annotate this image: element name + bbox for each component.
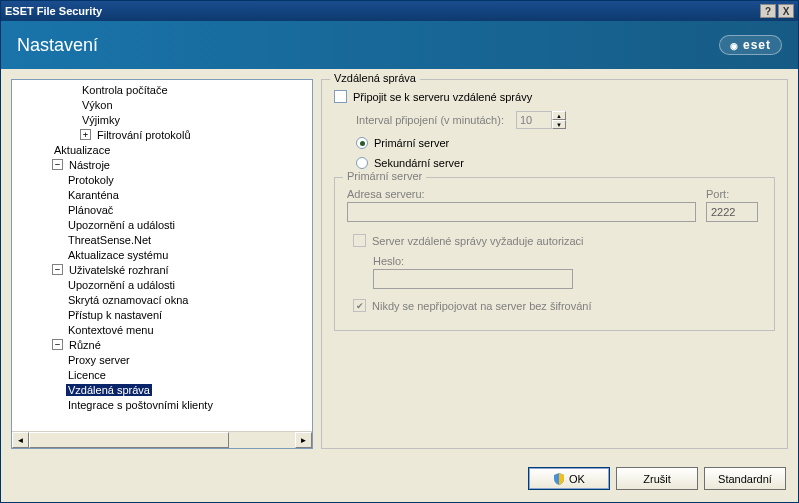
tree-item-label: Výkon	[80, 99, 115, 111]
scroll-right-button[interactable]: ►	[295, 432, 312, 448]
tree-item[interactable]: +Filtrování protokolů	[16, 127, 312, 142]
navigation-tree[interactable]: Kontrola počítačeVýkonVýjimky+Filtrování…	[11, 79, 313, 449]
tree-item[interactable]: −Nástroje	[16, 157, 312, 172]
window-title: ESET File Security	[5, 5, 760, 17]
tree-item[interactable]: Vzdálená správa	[16, 382, 312, 397]
no-encrypt-label: Nikdy se nepřipojovat na server bez šifr…	[372, 300, 592, 312]
address-input[interactable]	[347, 202, 696, 222]
tree-item-label: Licence	[66, 369, 108, 381]
tree-item-label: ThreatSense.Net	[66, 234, 153, 246]
header-bar: Nastavení ◉ eset	[1, 21, 798, 69]
primary-radio-label: Primární server	[374, 137, 449, 149]
auth-checkbox[interactable]	[353, 234, 366, 247]
spinner-down[interactable]: ▼	[552, 120, 566, 129]
primary-server-group: Primární server Adresa serveru: Port: Se…	[334, 177, 775, 331]
tree-item[interactable]: Aktualizace	[16, 142, 312, 157]
dialog-buttons: OK Zrušit Standardní	[1, 459, 798, 498]
tree-item[interactable]: Licence	[16, 367, 312, 382]
tree-item-label: Aktualizace systému	[66, 249, 170, 261]
ok-button[interactable]: OK	[528, 467, 610, 490]
tree-item-label: Upozornění a události	[66, 279, 177, 291]
tree-item-label: Uživatelské rozhraní	[67, 264, 171, 276]
no-encrypt-checkbox[interactable]: ✔	[353, 299, 366, 312]
tree-item-label: Výjimky	[80, 114, 122, 126]
auth-label: Server vzdálené správy vyžaduje autoriza…	[372, 235, 584, 247]
password-input[interactable]	[373, 269, 573, 289]
remote-admin-group: Vzdálená správa Připojit se k serveru vz…	[321, 79, 788, 449]
shield-icon	[553, 473, 565, 485]
tree-item[interactable]: Aktualizace systému	[16, 247, 312, 262]
tree-item[interactable]: Výkon	[16, 97, 312, 112]
tree-item-label: Aktualizace	[52, 144, 112, 156]
scroll-thumb[interactable]	[29, 432, 229, 448]
group-title: Vzdálená správa	[330, 72, 420, 84]
collapse-icon[interactable]: −	[52, 264, 63, 275]
tree-item[interactable]: Protokoly	[16, 172, 312, 187]
tree-item[interactable]: Integrace s poštovními klienty	[16, 397, 312, 412]
tree-item[interactable]: Upozornění a události	[16, 277, 312, 292]
tree-item[interactable]: −Uživatelské rozhraní	[16, 262, 312, 277]
tree-item[interactable]: Přístup k nastavení	[16, 307, 312, 322]
tree-item[interactable]: Výjimky	[16, 112, 312, 127]
tree-item-label: Integrace s poštovními klienty	[66, 399, 215, 411]
secondary-radio-label: Sekundární server	[374, 157, 464, 169]
close-button[interactable]: X	[778, 4, 794, 18]
tree-item-label: Kontrola počítače	[80, 84, 170, 96]
tree-item-label: Protokoly	[66, 174, 116, 186]
tree-item[interactable]: Karanténa	[16, 187, 312, 202]
titlebar: ESET File Security ? X	[1, 1, 798, 21]
tree-item[interactable]: ThreatSense.Net	[16, 232, 312, 247]
expand-icon[interactable]: +	[80, 129, 91, 140]
primary-radio[interactable]	[356, 137, 368, 149]
interval-label: Interval připojení (v minutách):	[356, 114, 504, 126]
secondary-radio[interactable]	[356, 157, 368, 169]
tree-item[interactable]: −Různé	[16, 337, 312, 352]
horizontal-scrollbar[interactable]: ◄ ►	[12, 431, 312, 448]
interval-spinner[interactable]: ▲ ▼	[516, 111, 566, 129]
scroll-track[interactable]	[29, 432, 295, 448]
tree-item-label: Skrytá oznamovací okna	[66, 294, 190, 306]
logo: ◉ eset	[719, 35, 782, 55]
port-input[interactable]	[706, 202, 758, 222]
interval-input[interactable]	[516, 111, 552, 129]
tree-item-label: Vzdálená správa	[66, 384, 152, 396]
collapse-icon[interactable]: −	[52, 159, 63, 170]
tree-item-label: Upozornění a události	[66, 219, 177, 231]
tree-item-label: Filtrování protokolů	[95, 129, 193, 141]
tree-item[interactable]: Kontrola počítače	[16, 82, 312, 97]
tree-item-label: Kontextové menu	[66, 324, 156, 336]
collapse-icon[interactable]: −	[52, 339, 63, 350]
connect-label: Připojit se k serveru vzdálené správy	[353, 91, 532, 103]
port-label: Port:	[706, 188, 762, 200]
scroll-left-button[interactable]: ◄	[12, 432, 29, 448]
page-title: Nastavení	[17, 35, 98, 56]
spinner-up[interactable]: ▲	[552, 111, 566, 120]
tree-item[interactable]: Plánovač	[16, 202, 312, 217]
tree-item[interactable]: Kontextové menu	[16, 322, 312, 337]
address-label: Adresa serveru:	[347, 188, 696, 200]
tree-item-label: Karanténa	[66, 189, 121, 201]
tree-item-label: Různé	[67, 339, 103, 351]
tree-item[interactable]: Skrytá oznamovací okna	[16, 292, 312, 307]
password-label: Heslo:	[373, 255, 404, 267]
tree-item-label: Proxy server	[66, 354, 132, 366]
tree-item-label: Plánovač	[66, 204, 115, 216]
cancel-button[interactable]: Zrušit	[616, 467, 698, 490]
tree-item[interactable]: Upozornění a události	[16, 217, 312, 232]
tree-item[interactable]: Proxy server	[16, 352, 312, 367]
tree-item-label: Nástroje	[67, 159, 112, 171]
tree-item-label: Přístup k nastavení	[66, 309, 164, 321]
primary-server-title: Primární server	[343, 170, 426, 182]
default-button[interactable]: Standardní	[704, 467, 786, 490]
connect-checkbox[interactable]	[334, 90, 347, 103]
help-button[interactable]: ?	[760, 4, 776, 18]
